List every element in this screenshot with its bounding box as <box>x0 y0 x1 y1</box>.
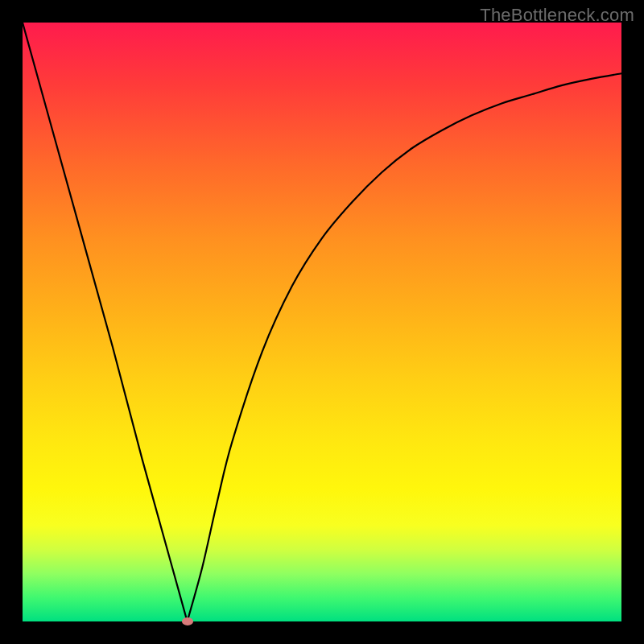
plot-area <box>23 23 621 621</box>
bottleneck-curve <box>23 23 621 621</box>
chart-container: TheBottleneck.com <box>0 0 644 644</box>
minimum-marker <box>182 617 193 625</box>
